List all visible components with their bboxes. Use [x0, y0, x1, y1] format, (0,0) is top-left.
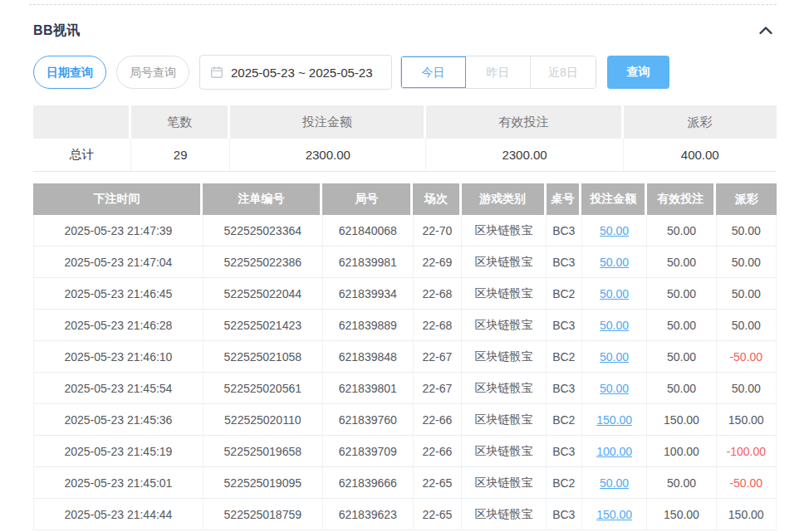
bet-id: 522525023364 [203, 215, 323, 246]
bet-amount-link[interactable]: 50.00 [582, 467, 648, 498]
session: 22-65 [414, 467, 462, 498]
round-id: 621839709 [323, 436, 414, 466]
bet-amount-link[interactable]: 50.00 [582, 215, 648, 246]
bet-time: 2025-05-23 21:46:45 [34, 278, 203, 309]
filter-bar: 日期查询 局号查询 2025-05-23 ~ 2025-05-23 今日昨日近8… [33, 55, 777, 90]
bet-amount-link[interactable]: 50.00 [582, 341, 648, 372]
session: 22-65 [414, 499, 462, 530]
valid-bet: 50.00 [647, 310, 716, 340]
payout: -100.00 [717, 436, 777, 466]
bet-amount-link[interactable]: 50.00 [582, 373, 648, 403]
summary-header-cell: 派彩 [624, 105, 777, 139]
session: 22-67 [414, 341, 462, 372]
table-no: BC2 [547, 467, 582, 498]
valid-bet: 100.00 [647, 436, 716, 466]
table-header-cell: 投注金额 [581, 183, 647, 215]
session: 22-69 [414, 246, 462, 277]
game-type: 区块链骰宝 [462, 310, 547, 340]
table-header-cell: 派彩 [716, 183, 776, 215]
table-row: 2025-05-23 21:46:28522525021423621839889… [33, 310, 777, 341]
bet-amount-link[interactable]: 50.00 [582, 278, 648, 309]
table-row: 2025-05-23 21:46:45522525022044621839934… [33, 278, 777, 310]
summary-header-cell [33, 105, 131, 139]
summary-total-row: 总计 29 2300.00 2300.00 400.00 [33, 139, 777, 172]
game-type: 区块链骰宝 [462, 215, 547, 246]
bet-time: 2025-05-23 21:47:39 [34, 215, 203, 246]
table-no: BC3 [547, 215, 582, 246]
session: 22-70 [414, 215, 462, 246]
table-header-row: 下注时间注单编号局号场次游戏类别桌号投注金额有效投注派彩 [33, 183, 777, 215]
quick-range-option-1[interactable]: 昨日 [466, 56, 531, 88]
game-type: 区块链骰宝 [462, 436, 547, 466]
table-row: 2025-05-23 21:45:36522525020110621839760… [33, 404, 777, 436]
table-no: BC3 [547, 310, 582, 340]
bet-id: 522525022044 [203, 278, 323, 309]
bet-time: 2025-05-23 21:44:44 [34, 499, 203, 530]
payout: 150.00 [717, 404, 777, 435]
summary-header-row: 笔数投注金额有效投注派彩 [33, 105, 777, 139]
bet-time: 2025-05-23 21:47:04 [34, 246, 203, 277]
search-button[interactable]: 查询 [607, 56, 669, 89]
table-row: 2025-05-23 21:47:39522525023364621840068… [33, 215, 777, 246]
quick-range-group: 今日昨日近8日 [400, 56, 596, 89]
table-body: 2025-05-23 21:47:39522525023364621840068… [33, 215, 777, 530]
top-dashed-divider [29, 4, 777, 5]
game-type: 区块链骰宝 [462, 404, 547, 435]
bet-id: 522525019658 [203, 436, 323, 466]
bet-amount-link[interactable]: 50.00 [582, 246, 648, 277]
bet-time: 2025-05-23 21:45:54 [34, 373, 203, 403]
table-row: 2025-05-23 21:45:19522525019658621839709… [33, 436, 777, 467]
bet-time: 2025-05-23 21:45:01 [34, 467, 203, 498]
summary-header-cell: 笔数 [131, 105, 230, 139]
quick-range-option-0[interactable]: 今日 [401, 56, 466, 88]
table-no: BC3 [547, 246, 582, 277]
bet-amount-link[interactable]: 150.00 [582, 499, 648, 530]
game-type: 区块链骰宝 [462, 499, 547, 530]
bet-id: 522525021058 [203, 341, 323, 372]
bet-id: 522525020110 [203, 404, 323, 435]
payout: -50.00 [717, 467, 777, 498]
records-table: 下注时间注单编号局号场次游戏类别桌号投注金额有效投注派彩 2025-05-23 … [33, 183, 777, 530]
bet-time: 2025-05-23 21:45:19 [34, 436, 203, 466]
payout: 50.00 [717, 373, 777, 403]
date-range-input[interactable]: 2025-05-23 ~ 2025-05-23 [199, 55, 392, 90]
round-id: 621839981 [323, 246, 414, 277]
table-header-cell: 场次 [413, 183, 461, 215]
table-header-cell: 游戏类别 [462, 183, 547, 215]
table-row: 2025-05-23 21:45:01522525019095621839666… [33, 467, 777, 499]
payout: 50.00 [717, 246, 777, 277]
table-header-cell: 桌号 [547, 183, 582, 215]
date-query-tab[interactable]: 日期查询 [33, 56, 106, 89]
valid-bet: 50.00 [647, 373, 716, 403]
game-type: 区块链骰宝 [462, 373, 547, 403]
payout: 50.00 [717, 215, 777, 246]
bet-amount-link[interactable]: 150.00 [582, 404, 648, 435]
collapse-button[interactable] [755, 22, 777, 40]
bet-time: 2025-05-23 21:45:36 [34, 404, 203, 435]
table-no: BC2 [547, 278, 582, 309]
table-header-cell: 下注时间 [33, 183, 203, 215]
table-no: BC2 [547, 404, 582, 435]
table-row: 2025-05-23 21:47:04522525022386621839981… [33, 246, 777, 278]
summary-header-cell: 有效投注 [426, 105, 623, 139]
round-id: 621839934 [323, 278, 414, 309]
round-id: 621840068 [323, 215, 414, 246]
panel-title: BB视讯 [33, 22, 81, 40]
bet-id: 522525018759 [203, 499, 323, 530]
bet-time: 2025-05-23 21:46:10 [34, 341, 203, 372]
summary-payout: 400.00 [624, 139, 777, 171]
summary-table: 笔数投注金额有效投注派彩 总计 29 2300.00 2300.00 400.0… [33, 105, 777, 172]
table-no: BC3 [547, 373, 582, 403]
payout: 50.00 [717, 310, 777, 340]
valid-bet: 50.00 [647, 467, 716, 498]
quick-range-option-2[interactable]: 近8日 [531, 56, 596, 88]
game-type: 区块链骰宝 [462, 246, 547, 277]
bet-amount-link[interactable]: 50.00 [582, 310, 648, 340]
chevron-up-icon [758, 23, 773, 38]
bet-id: 522525021423 [203, 310, 323, 340]
bet-amount-link[interactable]: 100.00 [582, 436, 648, 466]
table-row: 2025-05-23 21:45:54522525020561621839801… [33, 373, 777, 404]
table-no: BC3 [547, 436, 582, 466]
payout: -50.00 [717, 341, 777, 372]
round-query-tab[interactable]: 局号查询 [116, 56, 189, 89]
